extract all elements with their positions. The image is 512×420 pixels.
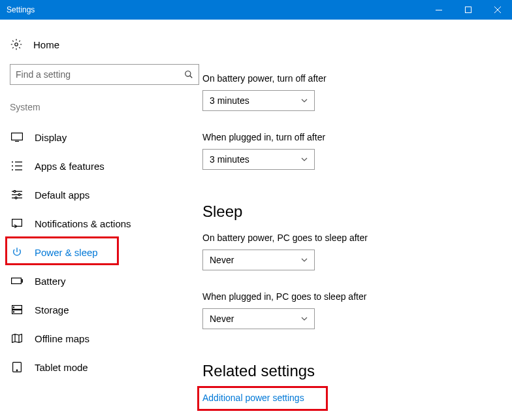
sidebar-item-tablet-mode[interactable]: Tablet mode <box>10 353 193 381</box>
screen-plugged-dropdown[interactable]: 3 minutes <box>202 149 315 170</box>
main-content: On battery power, turn off after 3 minut… <box>202 20 512 420</box>
power-icon <box>11 246 23 258</box>
sidebar-item-offline-maps[interactable]: Offline maps <box>10 324 193 353</box>
sidebar: Home System Display Apps & features Defa… <box>0 20 202 420</box>
sidebar-item-storage[interactable]: Storage <box>10 295 193 324</box>
maximize-button[interactable] <box>453 0 483 20</box>
maximize-icon <box>465 7 472 13</box>
sidebar-item-battery[interactable]: Battery <box>10 267 193 295</box>
additional-power-settings-link[interactable]: Additional power settings <box>202 393 304 403</box>
sidebar-item-power-sleep[interactable]: Power & sleep <box>10 238 193 267</box>
svg-point-28 <box>13 307 14 308</box>
svg-point-15 <box>14 191 16 193</box>
screen-battery-label: On battery power, turn off after <box>202 73 499 84</box>
sidebar-item-label: Battery <box>35 276 66 287</box>
sleep-battery-dropdown[interactable]: Never <box>202 250 315 270</box>
sidebar-item-display[interactable]: Display <box>10 123 193 152</box>
svg-point-21 <box>15 197 17 199</box>
svg-line-4 <box>190 76 193 78</box>
window-controls <box>424 0 512 20</box>
dropdown-value: 3 minutes <box>210 154 249 165</box>
sidebar-item-label: Default apps <box>35 189 89 201</box>
window-title: Settings <box>7 5 424 14</box>
battery-icon <box>11 275 23 287</box>
close-button[interactable] <box>483 0 512 20</box>
gear-icon <box>10 38 23 51</box>
related-heading: Related settings <box>202 362 499 380</box>
list-icon <box>11 160 23 172</box>
sidebar-item-label: Notifications & actions <box>35 218 131 229</box>
sleep-plugged-label: When plugged in, PC goes to sleep after <box>202 291 499 302</box>
screen-battery-dropdown[interactable]: 3 minutes <box>202 90 315 111</box>
dropdown-value: Never <box>210 314 234 324</box>
svg-point-2 <box>15 43 18 46</box>
close-icon <box>494 7 501 13</box>
sleep-heading: Sleep <box>202 202 499 221</box>
sleep-battery-label: On battery power, PC goes to sleep after <box>202 233 499 243</box>
chevron-down-icon <box>301 258 308 262</box>
minimize-button[interactable] <box>424 0 453 20</box>
sidebar-item-apps[interactable]: Apps & features <box>10 152 193 180</box>
dropdown-value: 3 minutes <box>210 95 249 106</box>
svg-rect-0 <box>436 10 442 10</box>
sleep-plugged-dropdown[interactable]: Never <box>202 308 315 329</box>
storage-icon <box>11 304 23 315</box>
defaults-icon <box>11 189 23 201</box>
svg-rect-22 <box>12 219 22 227</box>
minimize-icon <box>436 10 442 10</box>
svg-point-3 <box>185 71 191 76</box>
screen-plugged-label: When plugged in, turn off after <box>202 132 499 142</box>
chevron-down-icon <box>301 157 308 161</box>
svg-rect-24 <box>12 278 22 284</box>
sidebar-item-label: Offline maps <box>35 333 89 344</box>
dropdown-value: Never <box>210 255 234 265</box>
chevron-down-icon <box>301 99 308 103</box>
home-button[interactable]: Home <box>10 34 193 64</box>
svg-rect-1 <box>465 7 471 13</box>
sidebar-item-label: Power & sleep <box>35 247 98 258</box>
title-bar: Settings <box>0 0 512 20</box>
sidebar-item-label: Apps & features <box>35 161 104 172</box>
map-icon <box>11 332 23 344</box>
svg-point-33 <box>16 370 18 371</box>
search-icon <box>184 70 193 79</box>
display-icon <box>11 131 23 143</box>
svg-rect-25 <box>22 280 22 282</box>
sidebar-item-notifications[interactable]: Notifications & actions <box>10 209 193 238</box>
svg-point-29 <box>13 312 14 312</box>
sidebar-item-label: Tablet mode <box>35 362 88 373</box>
search-box[interactable] <box>10 64 199 85</box>
svg-point-18 <box>18 194 20 196</box>
sidebar-item-label: Storage <box>35 304 69 315</box>
sidebar-item-default-apps[interactable]: Default apps <box>10 180 193 209</box>
sidebar-item-label: Display <box>35 132 67 143</box>
tablet-icon <box>11 361 23 373</box>
search-input[interactable] <box>16 69 184 80</box>
home-label: Home <box>33 39 59 50</box>
section-label: System <box>10 102 193 112</box>
chevron-down-icon <box>301 317 308 321</box>
svg-rect-5 <box>12 133 23 140</box>
notification-icon <box>11 218 23 229</box>
